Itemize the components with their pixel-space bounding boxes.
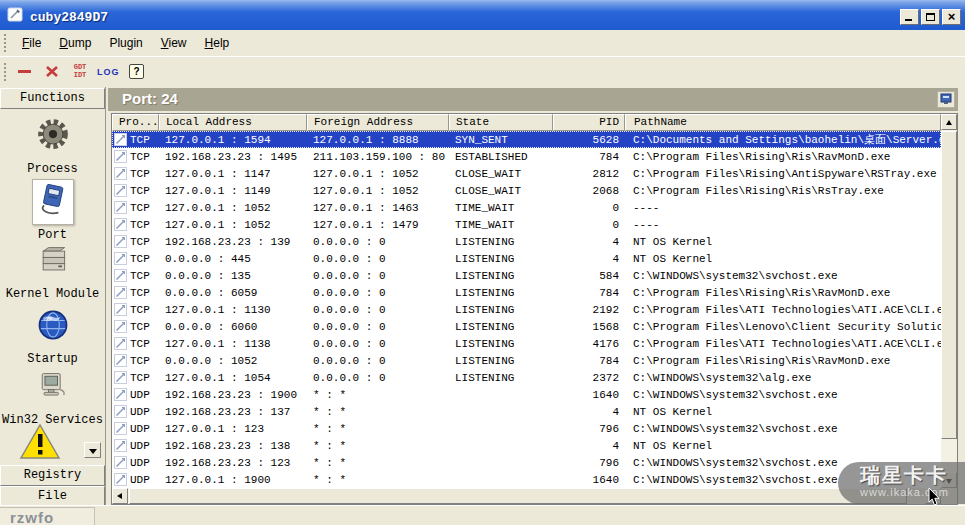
table-row[interactable]: TCP127.0.0.1 : 11380.0.0.0 : 0LISTENING4… <box>112 335 941 352</box>
connection-icon <box>114 388 127 401</box>
cell-pathname: NT OS Kernel <box>625 253 941 265</box>
cell-pid: 4 <box>553 253 625 265</box>
cell-foreign-address: 0.0.0.0 : 0 <box>307 270 449 282</box>
refresh-view-button[interactable] <box>937 91 955 108</box>
scroll-up-button[interactable] <box>941 114 957 130</box>
cell-pathname: C:\WINDOWS\system32\svchost.exe <box>625 474 941 486</box>
log-button[interactable]: LOG <box>97 61 120 83</box>
cell-pid: 4 <box>553 236 625 248</box>
functions-button[interactable]: Functions <box>0 88 105 109</box>
connection-icon <box>114 201 127 214</box>
cell-pathname: C:\Documents and Settings\baohelin\桌面\Se… <box>625 132 941 147</box>
table-row[interactable]: TCP192.168.23.23 : 1495211.103.159.100 :… <box>112 148 941 165</box>
table-row[interactable]: TCP127.0.0.1 : 10540.0.0.0 : 0LISTENING2… <box>112 369 941 386</box>
table-row[interactable]: TCP127.0.0.1 : 1594127.0.0.1 : 8888SYN_S… <box>112 131 941 148</box>
table-row[interactable]: UDP192.168.23.23 : 138* : *4NT OS Kernel <box>112 437 941 454</box>
table-row[interactable]: TCP127.0.0.1 : 1147127.0.0.1 : 1052CLOSE… <box>112 165 941 182</box>
table-row[interactable]: UDP127.0.0.1 : 123* : *796C:\WINDOWS\sys… <box>112 420 941 437</box>
table-row[interactable]: TCP0.0.0.0 : 4450.0.0.0 : 0LISTENING4NT … <box>112 250 941 267</box>
cell-protocol: UDP <box>130 457 150 469</box>
cell-local-address: 192.168.23.23 : 1495 <box>159 151 307 163</box>
cell-pathname: C:\WINDOWS\system32\svchost.exe <box>625 389 941 401</box>
column-header-foreign-address[interactable]: Foreign Address <box>307 114 449 131</box>
table-row[interactable]: TCP127.0.0.1 : 1052127.0.0.1 : 1479TIME_… <box>112 216 941 233</box>
scrollbar-corner <box>941 488 957 504</box>
help-button[interactable]: ? <box>126 61 148 83</box>
menu-item-file[interactable]: File <box>13 33 50 53</box>
vertical-scrollbar[interactable] <box>941 114 957 488</box>
cell-pid: 784 <box>553 355 625 367</box>
connection-icon <box>114 354 127 367</box>
file-button[interactable]: File <box>0 486 105 507</box>
cell-pathname: C:\Program Files\Rising\Ris\RavMonD.exe <box>625 287 941 299</box>
scroll-down-button[interactable] <box>941 472 957 488</box>
menu-grip[interactable] <box>4 34 7 52</box>
column-header-pathname[interactable]: PathName <box>625 114 941 131</box>
cell-pid: 784 <box>553 151 625 163</box>
sidebar-item-kernel-module[interactable]: Kernel Module <box>0 242 105 301</box>
warning-indicator[interactable] <box>0 423 80 465</box>
column-header-state[interactable]: State <box>449 114 553 131</box>
minimize-button[interactable] <box>900 9 919 25</box>
table-row[interactable]: TCP127.0.0.1 : 1052127.0.0.1 : 1463TIME_… <box>112 199 941 216</box>
menu-item-help[interactable]: Help <box>196 33 239 53</box>
cell-pathname: C:\WINDOWS\system32\alg.exe <box>625 372 941 384</box>
cell-pid: 4 <box>553 406 625 418</box>
column-header-pid[interactable]: PID <box>553 114 625 131</box>
cell-protocol: TCP <box>130 321 150 333</box>
app-window: { "window": { "title": "cuby2849D7", "st… <box>0 0 965 525</box>
view-header: Port: 24 <box>108 88 958 111</box>
column-header-local-address[interactable]: Local Address <box>159 114 307 131</box>
column-header-protocol[interactable]: Pro... <box>112 114 159 131</box>
cell-pathname: C:\WINDOWS\system32\svchost.exe <box>625 423 941 435</box>
minus-tool-button[interactable] <box>13 61 35 83</box>
connection-icon <box>114 167 127 180</box>
cell-foreign-address: 127.0.0.1 : 1052 <box>307 185 449 197</box>
registry-button[interactable]: Registry <box>0 465 105 486</box>
table-row[interactable]: TCP192.168.23.23 : 1390.0.0.0 : 0LISTENI… <box>112 233 941 250</box>
sidebar-item-startup[interactable]: Startup <box>0 305 105 366</box>
table-row[interactable]: UDP127.0.0.1 : 1900* : *1640C:\WINDOWS\s… <box>112 471 941 488</box>
sidebar-item-process[interactable]: Process <box>0 115 105 176</box>
title-bar[interactable]: cuby2849D7 × <box>0 0 965 30</box>
horizontal-scroll-thumb[interactable] <box>129 488 907 504</box>
cell-pid: 584 <box>553 270 625 282</box>
menu-item-plugin[interactable]: Plugin <box>100 33 151 53</box>
cell-protocol: TCP <box>130 372 150 384</box>
sidebar-item-win32-services[interactable]: Win32 Services <box>0 368 105 427</box>
menu-item-dump[interactable]: Dump <box>50 33 100 53</box>
table-row[interactable]: TCP0.0.0.0 : 60590.0.0.0 : 0LISTENING784… <box>112 284 941 301</box>
table-row[interactable]: UDP192.168.23.23 : 1900* : *1640C:\WINDO… <box>112 386 941 403</box>
sidebar-item-port[interactable]: Port <box>0 179 105 242</box>
vertical-scroll-thumb[interactable] <box>941 131 957 439</box>
cell-state: LISTENING <box>449 372 553 384</box>
cell-foreign-address: 0.0.0.0 : 0 <box>307 355 449 367</box>
maximize-icon <box>926 13 935 21</box>
cell-pathname: C:\WINDOWS\system32\svchost.exe <box>625 270 941 282</box>
menu-item-view[interactable]: View <box>152 33 196 53</box>
delete-tool-button[interactable] <box>41 61 63 83</box>
cell-foreign-address: 127.0.0.1 : 1463 <box>307 202 449 214</box>
table-row[interactable]: TCP0.0.0.0 : 1350.0.0.0 : 0LISTENING584C… <box>112 267 941 284</box>
toolbar: GDTIDT LOG ? <box>0 57 965 86</box>
close-button[interactable]: × <box>942 9 961 25</box>
arrow-down-icon <box>946 479 952 484</box>
maximize-button[interactable] <box>921 9 940 25</box>
cell-pid: 0 <box>553 219 625 231</box>
table-row[interactable]: TCP0.0.0.0 : 60600.0.0.0 : 0LISTENING156… <box>112 318 941 335</box>
table-row[interactable]: TCP127.0.0.1 : 1149127.0.0.1 : 1052CLOSE… <box>112 182 941 199</box>
cell-state: LISTENING <box>449 270 553 282</box>
cell-pid: 2372 <box>553 372 625 384</box>
toolbar-grip[interactable] <box>4 63 7 81</box>
cell-pid: 784 <box>553 287 625 299</box>
warning-dropdown-button[interactable] <box>84 442 101 458</box>
horizontal-scrollbar[interactable] <box>112 488 941 504</box>
scroll-left-button[interactable] <box>112 488 128 504</box>
table-row[interactable]: TCP127.0.0.1 : 11300.0.0.0 : 0LISTENING2… <box>112 301 941 318</box>
gdt-idt-button[interactable]: GDTIDT <box>69 61 91 83</box>
cell-pid: 0 <box>553 202 625 214</box>
cell-local-address: 127.0.0.1 : 1594 <box>159 134 307 146</box>
table-row[interactable]: UDP192.168.23.23 : 137* : *4NT OS Kernel <box>112 403 941 420</box>
table-row[interactable]: TCP0.0.0.0 : 10520.0.0.0 : 0LISTENING784… <box>112 352 941 369</box>
table-row[interactable]: UDP192.168.23.23 : 123* : *796C:\WINDOWS… <box>112 454 941 471</box>
